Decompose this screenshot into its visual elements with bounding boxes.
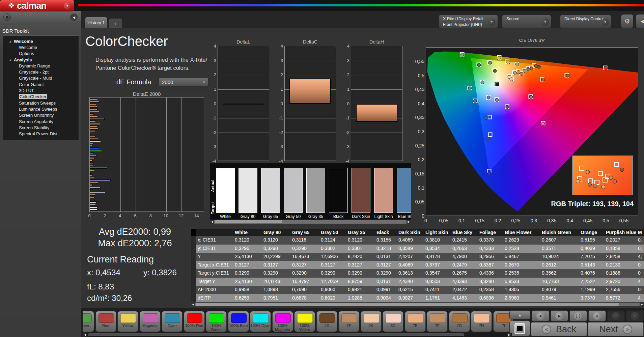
measured-point [473,99,477,103]
logo-menu-chevron-icon[interactable]: ▼ [64,2,71,9]
sidebar-item-welcome[interactable]: Welcome [3,44,79,50]
patch-button-7h[interactable]: 7H [471,311,492,332]
panel-up-button[interactable]: ▲ [509,310,530,319]
add-tab-button[interactable]: + [109,18,122,28]
sidebar-item-colorchecker[interactable]: ColorChecker [3,94,79,100]
swatch-gray-65[interactable] [261,168,280,213]
patch-button-7e[interactable]: 7E [405,311,426,332]
sidebar-item-dynamic-range[interactable]: Dynamic Range [3,63,79,69]
patch-button-100-green[interactable]: 100% Green [206,311,227,332]
tab-history-1[interactable]: History 1 [85,17,107,28]
inset-target-square [579,166,584,171]
bottom-scroll-thumb[interactable] [88,333,464,336]
window-pattern-button[interactable] [509,320,530,336]
scroll-left-icon[interactable]: ◀ [210,220,214,224]
calman-logo-button[interactable]: ❖ calman ▼ [0,0,74,11]
y-tick-label: -2 [276,130,283,135]
patch-button-100-yellow[interactable]: 100% Yellow [294,311,315,332]
patch-button-100-magenta[interactable]: 100% Magenta [272,311,293,332]
settings-gear-button[interactable]: ⚙ [621,14,634,28]
patch-button-7g[interactable]: 7G [449,311,470,332]
column-header: Light Skin [423,229,450,236]
swatch-gray-35[interactable] [306,168,325,213]
meter-chevron-down-icon[interactable]: ▼ [488,18,496,26]
swatch-black[interactable] [329,168,348,213]
sidebar-item-spectral-power-dist-[interactable]: Spectral Power Dist. [3,131,79,137]
de-formula-select[interactable]: 2000 ▼ [159,78,208,87]
table-scroll-thumb[interactable] [196,303,619,306]
tree-group-welcome[interactable]: ◢Welcome [3,38,79,44]
patch-button-green[interactable]: Green [83,311,94,332]
swatch-scroll-thumb[interactable] [215,220,282,223]
gridline [218,133,269,133]
sidebar-item-luminance-sweeps[interactable]: Luminance Sweeps [3,106,79,112]
sidebar-item-screen-uniformity[interactable]: Screen Uniformity [3,112,79,118]
patch-button-2k[interactable]: 2K [361,311,382,332]
meter-dropdown[interactable]: X-Rite i1Display Retail Front Projector … [439,15,498,28]
patch-button-100-red[interactable]: 100% Red [184,311,205,332]
bottom-scrollbar[interactable]: ◀ ▶ [83,333,512,337]
panel-collapse-button[interactable]: ◀ [636,14,644,28]
swatch-gray-80[interactable] [239,168,257,213]
table-cell: 1,1999 [579,286,604,294]
sidebar-radio-icon[interactable] [3,13,11,21]
sidebar-item-screen-stability[interactable]: Screen Stability [3,124,79,131]
next-button[interactable]: Next » [588,322,644,336]
swatch-dark-skin[interactable] [352,168,370,213]
sidebar-item-3d-lut[interactable]: 3D LUT [3,87,79,93]
patch-button-red[interactable]: Red [95,311,116,332]
play-button[interactable]: ▶ [551,310,568,321]
sidebar-collapse-button[interactable]: ◀ [70,13,78,21]
scroll-right-icon[interactable]: ▶ [407,220,411,224]
rainbow-gradient-bar [78,4,644,6]
swatch-gray-50[interactable] [284,168,303,213]
sidebar-item-grayscale-multi[interactable]: Grayscale - Multi [3,75,79,81]
display-control-chevron-down-icon[interactable]: ▼ [601,18,609,26]
scroll-right-icon[interactable]: ▶ [640,303,644,306]
display-control-dropdown[interactable]: Direct Display Control ▼ [560,15,611,28]
tree-group-analysis[interactable]: ◢Analysis [3,57,79,63]
back-button[interactable]: « Back [531,322,587,336]
table-scrollbar[interactable]: ◀ ▶ [191,303,644,306]
scroll-right-icon[interactable]: ▶ [507,333,511,337]
patch-button-cyan[interactable]: Cyan [162,311,183,332]
source-dropdown[interactable]: Source ▼ [502,15,551,28]
patch-color [430,313,445,323]
table-cell: 2,4207 [396,253,423,261]
patch-button-2e[interactable]: 2E [316,311,337,332]
swatch-white[interactable] [216,168,235,213]
table-cell: 0 [636,286,644,294]
scroll-left-icon[interactable]: ◀ [83,333,87,337]
table-cell: 0,3120 [346,236,374,245]
stop-button[interactable]: ■ [532,310,549,321]
swatch-light-skin[interactable] [374,168,393,213]
corner-cell [191,229,196,236]
swatch-name: Gray 80 [237,214,259,219]
patch-button-yellow[interactable]: Yellow [117,311,138,332]
interval-button[interactable]: [−] [569,310,587,321]
sidebar-item-screen-angularity[interactable]: Screen Angularity [3,118,79,124]
patch-button-100-cyan[interactable]: 100% Cyan [250,311,271,332]
scroll-left-icon[interactable]: ◀ [191,303,195,306]
swatch-scrollbar[interactable]: ◀ ▶ [210,220,411,224]
cie-y-tick-label: 0,4 [412,101,424,106]
expand-arrow-icon[interactable]: ◢ [9,40,14,43]
swatch-blue-sky[interactable] [397,168,411,213]
expand-arrow-icon[interactable]: ◢ [9,58,14,61]
patch-button-100-blue[interactable]: 100% Blue [228,311,249,332]
patch-button-7f[interactable]: 7F [427,311,448,332]
patch-button-5d[interactable]: 5D [383,311,403,332]
patch-button-magenta[interactable]: Magenta [140,311,161,332]
sidebar-item-color-gamut[interactable]: Color Gamut [3,81,79,87]
tree-item-label: Options [19,51,34,56]
loop-button[interactable]: ∞ [588,310,606,321]
source-chevron-down-icon[interactable]: ▼ [541,18,549,26]
table-cell: 0,3120 [261,236,290,245]
sidebar-item-grayscale-2pt[interactable]: Grayscale - 2pt [3,69,79,75]
table-cell: 0,3378 [477,236,503,245]
table-cell: 3,3280 [477,278,503,286]
sidebar-item-saturation-sweeps[interactable]: Saturation Sweeps [3,100,79,106]
sidebar-item-options[interactable]: Options [3,51,79,57]
table-cell: 0,3571 [540,245,579,253]
patch-button-2f[interactable]: 2F [338,311,359,332]
